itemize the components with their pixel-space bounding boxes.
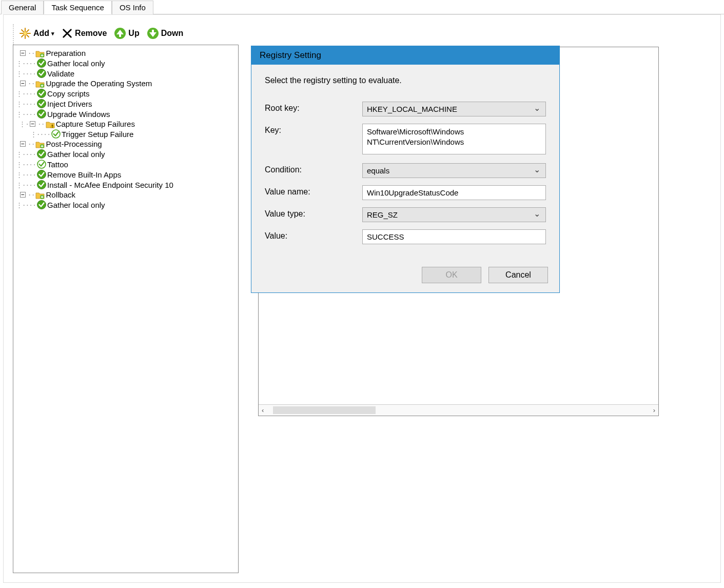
expander-icon[interactable]: − <box>20 81 26 86</box>
folder-icon <box>35 49 45 57</box>
tree-label: Gather local only <box>47 150 105 159</box>
tab-general[interactable]: General <box>1 1 44 14</box>
tree-label: Install - McAfee Endpoint Security 10 <box>47 181 173 189</box>
toolbar: Add ▾ Remove Up Down <box>13 24 239 45</box>
label-key: Key: <box>265 124 362 135</box>
label-condition: Condition: <box>265 163 362 174</box>
add-button[interactable]: Add ▾ <box>17 26 56 41</box>
task-tree[interactable]: −·· Preparation ⋮···· Gather local only … <box>13 45 239 573</box>
tree-label: Validate <box>47 69 74 78</box>
value-type-select[interactable]: REG_SZ <box>362 207 546 222</box>
scroll-thumb[interactable] <box>273 406 376 414</box>
check-icon <box>37 89 46 98</box>
arrow-down-icon <box>147 27 159 40</box>
tree-label: Remove Built-In Apps <box>47 170 121 179</box>
label-value-type: Value type: <box>265 207 362 219</box>
tree-node-trigger-setup-failure[interactable]: ⋮···· Trigger Setup Failure <box>15 129 236 139</box>
tree-node-capture-setup-failures[interactable]: ⋮· −·· Capture Setup Failures <box>15 119 236 129</box>
check-icon <box>37 99 46 108</box>
folder-icon <box>35 191 45 199</box>
arrow-up-icon <box>114 27 126 40</box>
left-pane: Add ▾ Remove Up Down <box>13 24 239 573</box>
up-button[interactable]: Up <box>112 26 141 41</box>
root-key-select[interactable]: HKEY_LOCAL_MACHINE <box>362 102 546 116</box>
cancel-button[interactable]: Cancel <box>488 267 548 283</box>
remove-label: Remove <box>75 29 107 38</box>
tree-label: Gather local only <box>47 59 105 68</box>
tree-label: Tattoo <box>47 160 68 169</box>
tab-task-sequence[interactable]: Task Sequence <box>44 1 112 14</box>
tree-label: Upgrade Windows <box>47 110 110 119</box>
check-icon <box>37 200 46 209</box>
registry-setting-dialog: Registry Setting Select the registry set… <box>251 46 560 293</box>
value-input[interactable] <box>362 229 546 244</box>
tree-label: Gather local only <box>47 201 105 209</box>
x-remove-icon <box>62 28 73 39</box>
dialog-title: Registry Setting <box>251 46 559 65</box>
tab-strip: General Task Sequence OS Info <box>0 0 724 14</box>
tree-label: Rollback <box>46 190 75 199</box>
folder-icon <box>35 140 45 148</box>
tree-node-gather-local-only[interactable]: ⋮···· Gather local only <box>15 58 236 68</box>
expander-icon[interactable]: − <box>20 192 26 198</box>
tree-node-install-mcafee[interactable]: ⋮···· Install - McAfee Endpoint Security… <box>15 180 236 190</box>
folder-warn-icon <box>46 120 55 128</box>
check-outline-icon <box>51 129 61 139</box>
tree-node-preparation[interactable]: −·· Preparation <box>15 48 236 58</box>
check-icon <box>37 109 46 119</box>
tree-node-remove-builtin-apps[interactable]: ⋮···· Remove Built-In Apps <box>15 169 236 180</box>
scroll-right-icon[interactable]: › <box>653 406 655 414</box>
check-icon <box>37 170 46 179</box>
check-outline-icon <box>37 160 46 169</box>
add-label: Add <box>33 29 49 38</box>
check-icon <box>37 180 46 189</box>
tree-node-upgrade-os[interactable]: −·· Upgrade the Operating System <box>15 79 236 88</box>
tab-content: Add ▾ Remove Up Down <box>3 14 721 583</box>
tab-os-info[interactable]: OS Info <box>112 1 153 14</box>
tree-node-validate[interactable]: ⋮···· Validate <box>15 68 236 79</box>
tree-node-tattoo[interactable]: ⋮···· Tattoo <box>15 159 236 169</box>
tree-node-copy-scripts[interactable]: ⋮···· Copy scripts <box>15 88 236 99</box>
tree-label: Preparation <box>46 49 86 57</box>
label-root-key: Root key: <box>265 102 362 113</box>
dropdown-caret-icon: ▾ <box>51 30 54 37</box>
tree-node-post-processing[interactable]: −·· Post-Processing <box>15 139 236 149</box>
check-icon <box>37 69 46 78</box>
tree-label: Inject Drivers <box>47 100 92 108</box>
value-name-input[interactable] <box>362 185 546 200</box>
check-icon <box>37 149 46 159</box>
ok-button[interactable]: OK <box>422 267 481 283</box>
horizontal-scrollbar[interactable]: ‹ › <box>259 404 658 416</box>
label-value: Value: <box>265 229 362 241</box>
expander-icon[interactable]: − <box>20 50 26 56</box>
tree-label: Upgrade the Operating System <box>46 79 152 88</box>
remove-button[interactable]: Remove <box>60 27 109 40</box>
check-icon <box>37 58 46 68</box>
condition-select[interactable]: equals <box>362 163 546 178</box>
tree-node-gather-local-only-3[interactable]: ⋮···· Gather local only <box>15 200 236 210</box>
expander-icon[interactable]: − <box>20 141 26 147</box>
tree-label: Post-Processing <box>46 140 102 148</box>
tree-label: Copy scripts <box>47 89 90 98</box>
star-add-icon <box>19 27 31 40</box>
tree-node-gather-local-only-2[interactable]: ⋮···· Gather local only <box>15 149 236 159</box>
scroll-left-icon[interactable]: ‹ <box>262 406 264 414</box>
tree-label: Capture Setup Failures <box>56 120 135 128</box>
tree-node-inject-drivers[interactable]: ⋮···· Inject Drivers <box>15 99 236 109</box>
key-input[interactable] <box>362 124 546 154</box>
dialog-description: Select the registry setting to evaluate. <box>265 76 546 85</box>
tree-label: Trigger Setup Failure <box>62 130 133 139</box>
folder-icon <box>35 80 45 88</box>
tree-node-rollback[interactable]: −·· Rollback <box>15 190 236 200</box>
tree-node-upgrade-windows[interactable]: ⋮···· Upgrade Windows <box>15 109 236 119</box>
expander-icon[interactable]: − <box>30 121 35 127</box>
down-label: Down <box>161 29 184 38</box>
up-label: Up <box>128 29 139 38</box>
down-button[interactable]: Down <box>145 26 186 41</box>
label-value-name: Value name: <box>265 185 362 197</box>
